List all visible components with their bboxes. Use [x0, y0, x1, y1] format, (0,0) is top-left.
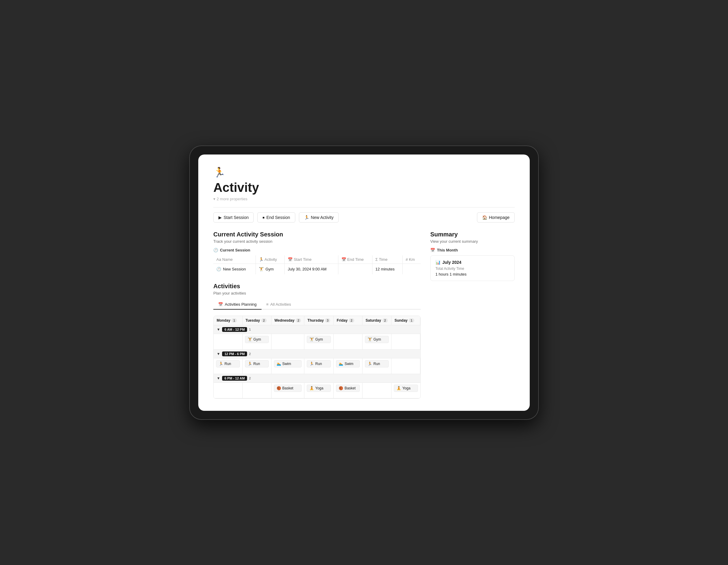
swim-chip-icon2: 🏊	[339, 362, 343, 366]
left-column: Current Activity Session Track your curr…	[213, 231, 421, 399]
day-header-monday: Monday 1	[214, 316, 243, 325]
homepage-button[interactable]: 🏠 Homepage	[477, 212, 515, 223]
page-icon: 🏃	[213, 167, 515, 178]
table-row: 🕐 New Session 🏋️ Gym	[213, 264, 421, 275]
basket-chip-icon2: 🏀	[339, 386, 343, 390]
cell-sat-slot2[interactable]	[362, 383, 391, 398]
summary-card: 📊 July 2024 Total Activity Time 1 hours …	[430, 256, 515, 281]
more-properties-toggle[interactable]: ▾ 2 more properties	[213, 197, 515, 201]
cal-tab-icon: 📅	[218, 302, 223, 306]
tab-activities-planning[interactable]: 📅 Activities Planning	[213, 300, 262, 309]
gym-icon: 🏋️	[259, 267, 264, 272]
activity-chip-run-tue[interactable]: 🏃 Run	[245, 360, 269, 367]
activity-chip-gym-thu[interactable]: 🏋️ Gym	[307, 336, 331, 343]
cal2-icon: 📅	[341, 257, 346, 262]
cell-tue-slot2[interactable]	[243, 383, 271, 398]
activities-tab-bar: 📅 Activities Planning ≡ All Activities	[213, 300, 421, 309]
activity-chip-basket-wed[interactable]: 🏀 Basket	[274, 384, 302, 392]
time-slot-header-1[interactable]: ▼ 12 PM - 6 PM 2	[214, 350, 420, 358]
activity-chip-run-sat[interactable]: 🏃 Run	[365, 360, 389, 367]
chevron-icon: ▼	[217, 327, 220, 331]
session-end-time-cell	[338, 264, 372, 275]
summary-section: Summary View your current summary 📅 This…	[430, 231, 515, 399]
current-session-section: Current Activity Session Track your curr…	[213, 231, 421, 275]
list-icon: ≡	[266, 302, 269, 306]
current-session-label: 🕐 Current Session	[213, 248, 421, 253]
col-name: Aa Name	[213, 256, 256, 264]
session-table: Aa Name 🏃 Activity 📅 Start Time 📅 End Ti…	[213, 256, 421, 275]
basket-chip-icon: 🏀	[277, 386, 281, 390]
run-chip-icon3: 🏃	[309, 362, 314, 366]
cell-fri-slot1[interactable]: 🏊 Swim	[334, 358, 362, 374]
tab-all-activities[interactable]: ≡ All Activities	[262, 300, 296, 309]
activities-subtitle: Plan your activities	[213, 291, 421, 295]
cell-mon-slot1[interactable]: 🏃 Run	[214, 358, 243, 374]
calendar-icon: 📅	[430, 248, 435, 253]
divider	[213, 207, 515, 208]
cell-sat-slot1[interactable]: 🏃 Run	[362, 358, 391, 374]
col-end-time: 📅 End Time	[338, 256, 372, 264]
chevron-icon3: ▼	[217, 376, 220, 380]
stop-icon: ■	[262, 216, 265, 219]
cell-mon-slot0[interactable]	[214, 334, 243, 350]
gym-chip-icon: 🏋️	[248, 337, 252, 341]
cell-sun-slot1[interactable]	[391, 358, 420, 374]
cell-tue-slot0[interactable]: 🏋️ Gym	[243, 334, 271, 350]
activity-chip-run-mon[interactable]: 🏃 Run	[216, 360, 240, 367]
run-chip-icon2: 🏃	[248, 362, 252, 366]
col-start-time: 📅 Start Time	[285, 256, 338, 264]
cell-fri-slot2[interactable]: 🏀 Basket	[334, 383, 362, 398]
start-session-button[interactable]: ▶ Start Session	[213, 212, 254, 223]
chart-icon: 📊	[435, 260, 441, 265]
this-month-label: 📅 This Month	[430, 248, 515, 253]
chevron-down-icon: ▾	[213, 197, 215, 201]
run-icon: 🏃	[304, 215, 309, 220]
day-header-saturday: Saturday 2	[362, 316, 391, 325]
summary-total-label: Total Activity Time	[435, 267, 510, 271]
summary-subtitle: View your current summary	[430, 239, 515, 244]
day-header-friday: Friday 2	[334, 316, 362, 325]
new-activity-button[interactable]: 🏃 New Activity	[299, 212, 339, 223]
swim-chip-icon: 🏊	[277, 362, 281, 366]
text-icon: Aa	[216, 257, 221, 262]
activity-chip-swim-wed[interactable]: 🏊 Swim	[274, 360, 302, 367]
activity-chip-gym-tue[interactable]: 🏋️ Gym	[245, 336, 269, 343]
activity-chip-run-thu[interactable]: 🏃 Run	[307, 360, 331, 367]
cell-thu-slot1[interactable]: 🏃 Run	[304, 358, 334, 374]
page-title: Activity	[213, 181, 515, 195]
cell-sun-slot0[interactable]	[391, 334, 420, 350]
time-slot-header-2[interactable]: ▼ 6 PM - 12 AM 2	[214, 374, 420, 383]
col-km: # Km	[403, 256, 421, 264]
cell-mon-slot2[interactable]	[214, 383, 243, 398]
cell-thu-slot2[interactable]: 🧘 Yoga	[304, 383, 334, 398]
cell-thu-slot0[interactable]: 🏋️ Gym	[304, 334, 334, 350]
cell-wed-slot2[interactable]: 🏀 Basket	[271, 383, 305, 398]
run-chip-icon: 🏃	[219, 362, 223, 366]
session-activity-cell: 🏋️ Gym	[256, 264, 284, 275]
activity-chip-gym-sat[interactable]: 🏋️ Gym	[365, 336, 389, 343]
play-icon: ▶	[218, 215, 222, 220]
cell-tue-slot1[interactable]: 🏃 Run	[243, 358, 271, 374]
clock-icon: 🕐	[213, 248, 218, 253]
time-slot-header-0[interactable]: ▼ 6 AM - 12 PM 1	[214, 325, 420, 334]
cell-sun-slot2[interactable]: 🧘 Yoga	[391, 383, 420, 398]
day-header-tuesday: Tuesday 2	[243, 316, 271, 325]
yoga-chip-icon2: 🧘	[397, 386, 401, 390]
activity-chip-yoga-sun[interactable]: 🧘 Yoga	[394, 384, 418, 392]
day-header-sunday: Sunday 1	[391, 316, 420, 325]
session-km-cell	[403, 264, 421, 275]
activities-section: Activities Plan your activities 📅 Activi…	[213, 283, 421, 399]
activities-calendar-grid: Monday 1 Tuesday 2 Wednesday 2 Thursda	[213, 315, 421, 399]
run-chip-icon4: 🏃	[368, 362, 372, 366]
home-icon: 🏠	[482, 215, 487, 220]
session-name-cell: 🕐 New Session	[213, 264, 256, 275]
cell-wed-slot0[interactable]	[271, 334, 305, 350]
current-session-title: Current Activity Session	[213, 231, 421, 238]
cell-sat-slot0[interactable]: 🏋️ Gym	[362, 334, 391, 350]
cell-wed-slot1[interactable]: 🏊 Swim	[271, 358, 305, 374]
activity-chip-swim-fri[interactable]: 🏊 Swim	[336, 360, 360, 367]
activity-chip-basket-fri[interactable]: 🏀 Basket	[336, 384, 360, 392]
activity-chip-yoga-thu[interactable]: 🧘 Yoga	[307, 384, 331, 392]
end-session-button[interactable]: ■ End Session	[257, 212, 295, 223]
cell-fri-slot0[interactable]	[334, 334, 362, 350]
